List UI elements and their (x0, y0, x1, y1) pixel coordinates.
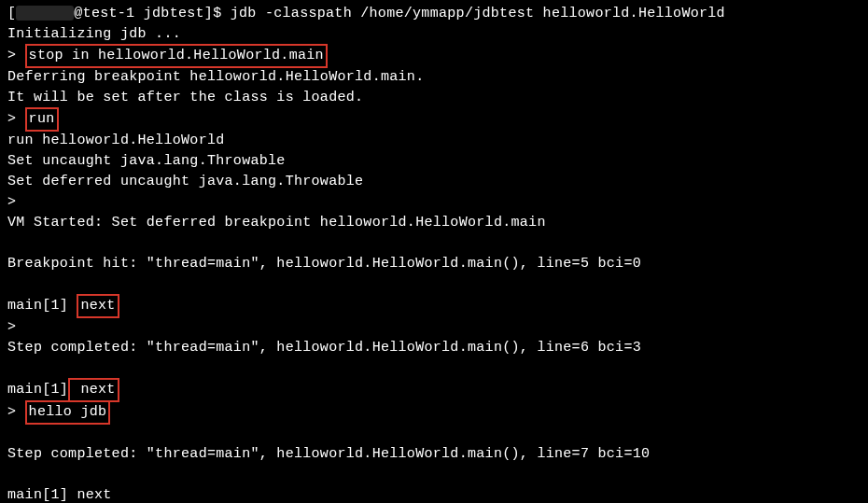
redacted-user (16, 6, 74, 21)
terminal-line[interactable]: > stop in helloworld.HelloWorld.main (7, 45, 861, 67)
text: Step completed: "thread=main", helloworl… (7, 446, 650, 462)
terminal-line: Set deferred uncaught java.lang.Throwabl… (7, 172, 861, 192)
terminal-line[interactable]: main[1] next (7, 379, 861, 401)
text: It will be set after the class is loaded… (7, 90, 363, 105)
terminal-line[interactable]: main[1] next (7, 295, 861, 317)
text: Deferring breakpoint helloworld.HelloWor… (7, 69, 424, 85)
terminal-line: Step completed: "thread=main", helloworl… (7, 338, 861, 358)
terminal-line: > (7, 317, 861, 338)
highlighted-command: next (68, 378, 119, 402)
terminal-line (7, 274, 861, 295)
terminal-line: Deferring breakpoint helloworld.HelloWor… (7, 67, 861, 88)
terminal-line: VM Started: Set deferred breakpoint hell… (7, 213, 861, 233)
highlighted-command: run (25, 107, 59, 132)
terminal-line[interactable]: [@test-1 jdbtest]$ jdb -classpath /home/… (7, 4, 861, 24)
terminal-line[interactable]: > run (7, 108, 861, 131)
text: Breakpoint hit: "thread=main", helloworl… (7, 256, 641, 272)
text: Initializing jdb ... (7, 26, 181, 42)
prompt: main[1] (7, 382, 68, 398)
terminal-line: It will be set after the class is loaded… (7, 88, 861, 108)
terminal-line[interactable]: main[1] next (7, 485, 861, 503)
prompt: > (7, 48, 25, 63)
terminal-line: Set uncaught java.lang.Throwable (7, 151, 861, 172)
prompt: > (7, 404, 25, 420)
prompt: > (7, 111, 25, 127)
terminal-line: run helloworld.HelloWorld (7, 131, 861, 151)
text: run helloworld.HelloWorld (7, 133, 225, 148)
terminal-line: Breakpoint hit: "thread=main", helloworl… (7, 254, 861, 274)
text: Set deferred uncaught java.lang.Throwabl… (7, 174, 363, 189)
terminal-line (7, 424, 861, 444)
prompt: main[1] (7, 298, 77, 314)
text: Set uncaught java.lang.Throwable (7, 153, 286, 169)
text: > (7, 319, 16, 335)
text: VM Started: Set deferred breakpoint hell… (7, 215, 546, 231)
text: main[1] next (7, 487, 112, 503)
terminal-line (7, 465, 861, 485)
terminal-line: Initializing jdb ... (7, 24, 861, 45)
terminal-line (7, 233, 861, 254)
highlighted-command: stop in helloworld.HelloWorld.main (25, 44, 328, 68)
highlighted-output: hello jdb (25, 400, 111, 425)
highlighted-command: next (77, 294, 119, 318)
text: [ (7, 6, 16, 21)
terminal-line: Step completed: "thread=main", helloworl… (7, 444, 861, 465)
text: Step completed: "thread=main", helloworl… (7, 340, 641, 356)
terminal-line[interactable]: > hello jdb (7, 401, 861, 424)
text: @test-1 jdbtest]$ jdb -classpath /home/y… (74, 6, 725, 21)
text: > (7, 194, 16, 210)
terminal-line (7, 358, 861, 379)
terminal-line: > (7, 192, 861, 213)
